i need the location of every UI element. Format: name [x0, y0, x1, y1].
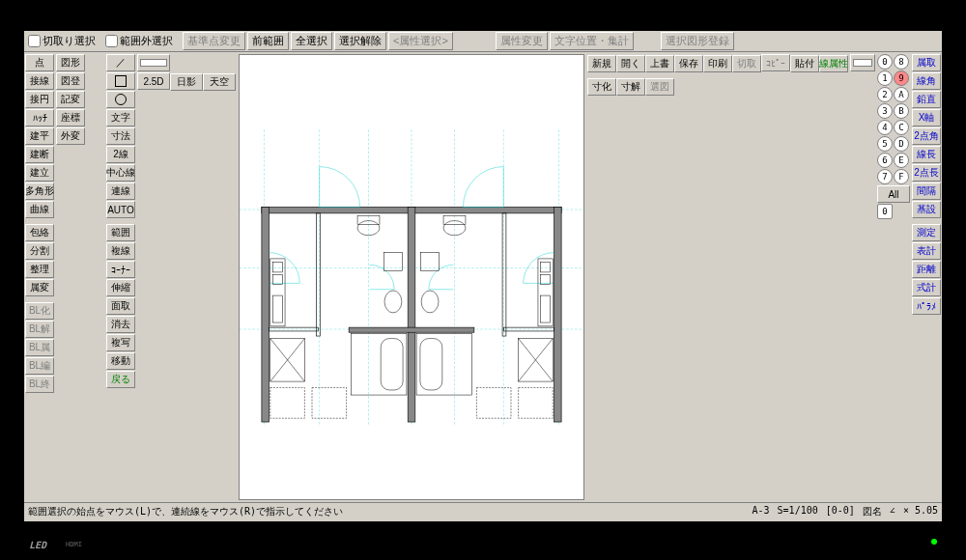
tool-button-中心線[interactable]: 中心線	[106, 164, 135, 182]
layer-btn-7[interactable]: 7	[877, 169, 893, 184]
cut-select-checkbox[interactable]	[28, 35, 41, 47]
layer-btn-0[interactable]: 0	[877, 54, 893, 70]
tool-button-開く[interactable]: 開く	[616, 55, 645, 72]
square-tool-button[interactable]	[106, 72, 135, 90]
base-point-change-button[interactable]: 基準点変更	[183, 32, 245, 50]
tool-button-面取[interactable]: 面取	[106, 297, 135, 315]
tool-button-切取[interactable]: 切取	[732, 55, 761, 72]
tool-button-複線[interactable]: 複線	[106, 242, 135, 260]
tool-button-連線[interactable]: 連線	[106, 182, 135, 200]
tool-button-消去[interactable]: 消去	[106, 316, 135, 333]
tool-button-寸法[interactable]: 寸法	[106, 127, 135, 145]
tool-button-点[interactable]: 点	[25, 54, 54, 71]
all-select-button[interactable]: 全選択	[291, 32, 332, 50]
tool-button-ﾊﾟﾗﾒ[interactable]: ﾊﾟﾗﾒ	[912, 297, 941, 315]
tool-button-新規[interactable]: 新規	[587, 55, 616, 72]
slash-tool-button[interactable]: ／	[106, 54, 135, 71]
tool-button-貼付[interactable]: 貼付	[790, 55, 819, 72]
layer-btn-8[interactable]: 8	[894, 54, 909, 70]
tool-button-図登[interactable]: 図登	[56, 72, 85, 90]
layer-btn-4[interactable]: 4	[877, 120, 893, 135]
tool-button-外変[interactable]: 外変	[56, 127, 85, 145]
tool-button-2.5D[interactable]: 2.5D	[137, 72, 170, 90]
layer-btn-3[interactable]: 3	[877, 103, 893, 119]
circle-tool-button[interactable]	[106, 91, 135, 108]
tool-button-保存[interactable]: 保存	[674, 55, 703, 72]
layer-btn-6[interactable]: 6	[877, 153, 893, 168]
line-color-swatch[interactable]	[850, 54, 875, 71]
tool-button-属変[interactable]: 属変	[25, 279, 54, 296]
select-clear-button[interactable]: 選択解除	[334, 32, 386, 50]
tool-button-建立[interactable]: 建立	[25, 164, 54, 182]
tool-button-包絡[interactable]: 包絡	[25, 224, 54, 241]
tool-button-多角形[interactable]: 多角形	[25, 182, 54, 200]
tool-button-AUTO[interactable]: AUTO	[106, 201, 135, 218]
layer-group-0[interactable]: 0	[877, 204, 893, 219]
layer-btn-9[interactable]: 9	[894, 70, 909, 86]
tool-button-接線[interactable]: 接線	[25, 72, 54, 90]
tool-button-図形[interactable]: 図形	[56, 54, 85, 71]
layer-btn-C[interactable]: C	[894, 120, 909, 135]
layer-btn-1[interactable]: 1	[877, 70, 893, 86]
tool-button-線属性[interactable]: 線属性	[819, 55, 848, 72]
tool-button-表計[interactable]: 表計	[912, 242, 941, 260]
tool-button-曲線[interactable]: 曲線	[25, 201, 54, 218]
drawing-canvas[interactable]	[239, 54, 584, 500]
tool-button-文字[interactable]: 文字	[106, 109, 135, 126]
tool-button-上書[interactable]: 上書	[645, 55, 674, 72]
tool-button-範囲[interactable]: 範囲	[106, 224, 135, 241]
tool-button-線長[interactable]: 線長	[912, 146, 941, 163]
layer-btn-D[interactable]: D	[894, 136, 909, 152]
tool-button-分割[interactable]: 分割	[25, 242, 54, 260]
tool-button-ﾊｯﾁ[interactable]: ﾊｯﾁ	[25, 109, 54, 126]
tool-button-建平[interactable]: 建平	[25, 127, 54, 145]
tool-button-複写[interactable]: 複写	[106, 334, 135, 351]
layer-all-button[interactable]: All	[877, 185, 910, 203]
color-swatch[interactable]	[137, 54, 170, 71]
tool-button-建断[interactable]: 建断	[25, 146, 54, 163]
tool-button-座標[interactable]: 座標	[56, 109, 85, 126]
tool-button-日影[interactable]: 日影	[170, 73, 203, 91]
tool-button-移動[interactable]: 移動	[106, 352, 135, 370]
prev-range-button[interactable]: 前範囲	[247, 32, 289, 50]
text-pos-button[interactable]: 文字位置・集計	[550, 32, 634, 50]
tool-button-距離[interactable]: 距離	[912, 261, 941, 278]
tool-button-式計[interactable]: 式計	[912, 279, 941, 296]
tool-button-伸縮[interactable]: 伸縮	[106, 279, 135, 296]
tool-button-測定[interactable]: 測定	[912, 224, 941, 241]
select-fig-register-button[interactable]: 選択図形登録	[661, 32, 734, 50]
tool-button-整理[interactable]: 整理	[25, 261, 54, 278]
tool-button-選図[interactable]: 選図	[645, 78, 674, 96]
tool-button-X軸[interactable]: X軸	[912, 109, 941, 126]
layer-btn-2[interactable]: 2	[877, 87, 893, 102]
tool-button-ｺﾋﾟｰ[interactable]: ｺﾋﾟｰ	[761, 54, 790, 71]
tool-button-2線[interactable]: 2線	[106, 146, 135, 163]
attr-select-button[interactable]: <属性選択>	[388, 32, 453, 50]
tool-button-ｺｰﾅｰ[interactable]: ｺｰﾅｰ	[106, 261, 135, 278]
tool-button-基設[interactable]: 基設	[912, 201, 941, 218]
tool-button-印刷[interactable]: 印刷	[703, 55, 732, 72]
tool-button-寸化[interactable]: 寸化	[587, 78, 616, 96]
tool-button-戻る[interactable]: 戻る	[106, 371, 135, 388]
tool-button-BL解[interactable]: BL解	[25, 321, 54, 338]
tool-button-BL化[interactable]: BL化	[25, 302, 54, 320]
tool-button-BL終[interactable]: BL終	[25, 376, 54, 393]
layer-btn-E[interactable]: E	[894, 153, 909, 168]
layer-btn-F[interactable]: F	[894, 169, 909, 184]
range-out-select-checkbox[interactable]	[105, 35, 118, 47]
tool-button-天空[interactable]: 天空	[203, 73, 236, 91]
tool-button-2点長[interactable]: 2点長	[912, 164, 941, 182]
tool-button-鉛直[interactable]: 鉛直	[912, 91, 941, 108]
tool-button-2点角[interactable]: 2点角	[912, 127, 941, 145]
attr-change-button[interactable]: 属性変更	[496, 32, 548, 50]
tool-button-線角[interactable]: 線角	[912, 72, 941, 90]
layer-btn-B[interactable]: B	[894, 103, 909, 119]
tool-button-BL編[interactable]: BL編	[25, 357, 54, 375]
tool-button-BL属[interactable]: BL属	[25, 339, 54, 356]
tool-button-間隔[interactable]: 間隔	[912, 182, 941, 200]
layer-btn-5[interactable]: 5	[877, 136, 893, 152]
tool-button-寸解[interactable]: 寸解	[616, 78, 645, 96]
layer-btn-A[interactable]: A	[894, 87, 909, 102]
tool-button-記変[interactable]: 記変	[56, 91, 85, 108]
tool-button-属取[interactable]: 属取	[912, 54, 941, 71]
